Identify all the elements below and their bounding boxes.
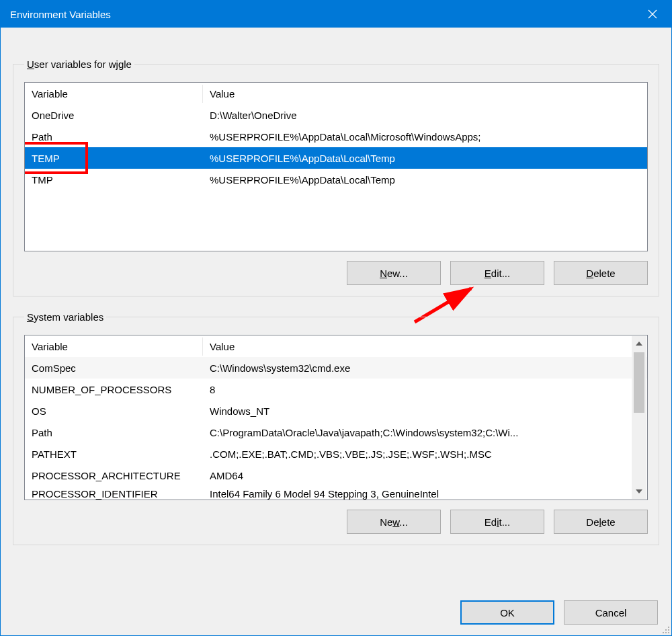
svg-point-3 — [668, 627, 669, 628]
table-row-selected[interactable]: TEMP %USERPROFILE%\AppData\Local\Temp — [25, 147, 647, 169]
table-row[interactable]: ComSpec C:\Windows\system32\cmd.exe — [25, 357, 647, 379]
system-variables-list[interactable]: Variable Value ComSpec C:\Windows\system… — [24, 335, 648, 500]
list-header: Variable Value — [25, 335, 647, 357]
close-button[interactable] — [634, 1, 671, 28]
scrollbar[interactable] — [632, 336, 646, 499]
system-edit-button[interactable]: Edit... — [450, 510, 544, 534]
table-row[interactable]: OneDrive D:\Walter\OneDrive — [25, 104, 647, 126]
table-row[interactable]: Path C:\ProgramData\Oracle\Java\javapath… — [25, 422, 647, 443]
table-row[interactable]: PROCESSOR_IDENTIFIER Intel64 Family 6 Mo… — [25, 486, 647, 500]
cancel-button[interactable]: Cancel — [564, 600, 658, 625]
system-variables-legend: System variables — [24, 311, 106, 323]
svg-point-5 — [668, 629, 669, 631]
user-new-button[interactable]: New... — [347, 261, 441, 285]
scroll-up-icon[interactable] — [632, 336, 646, 351]
svg-point-8 — [668, 632, 669, 633]
system-new-button[interactable]: New... — [347, 510, 441, 534]
user-variables-list[interactable]: Variable Value OneDrive D:\Walter\OneDri… — [24, 82, 648, 251]
user-delete-button[interactable]: Delete — [554, 261, 648, 285]
table-row[interactable]: PROCESSOR_ARCHITECTURE AMD64 — [25, 465, 647, 486]
svg-point-7 — [665, 632, 667, 633]
table-row[interactable]: NUMBER_OF_PROCESSORS 8 — [25, 379, 647, 400]
window-title: Environment Variables — [10, 9, 111, 20]
table-row[interactable]: Path %USERPROFILE%\AppData\Local\Microso… — [25, 126, 647, 147]
ok-button[interactable]: OK — [460, 600, 554, 625]
user-variables-legend: User variables for wjgle — [24, 58, 134, 70]
system-delete-button[interactable]: Delete — [554, 510, 648, 534]
svg-point-4 — [665, 629, 667, 631]
system-variables-group: System variables Variable Value ComSpec … — [13, 311, 659, 545]
env-vars-dialog: Environment Variables User variables for… — [0, 0, 672, 636]
table-row[interactable]: OS Windows_NT — [25, 400, 647, 422]
user-edit-button[interactable]: Edit... — [450, 261, 544, 285]
close-icon — [648, 9, 657, 19]
column-variable[interactable]: Variable — [25, 337, 203, 356]
scroll-down-icon[interactable] — [632, 484, 646, 499]
user-variables-group: User variables for wjgle Variable Value … — [13, 58, 659, 296]
list-header: Variable Value — [25, 83, 647, 104]
resize-grip-icon[interactable] — [661, 625, 670, 634]
titlebar: Environment Variables — [1, 1, 671, 28]
table-row[interactable]: TMP %USERPROFILE%\AppData\Local\Temp — [25, 169, 647, 190]
column-variable[interactable]: Variable — [25, 85, 203, 103]
scroll-thumb[interactable] — [634, 352, 644, 413]
column-value[interactable]: Value — [203, 85, 647, 103]
svg-point-6 — [663, 632, 664, 633]
column-value[interactable]: Value — [203, 337, 647, 356]
table-row[interactable]: PATHEXT .COM;.EXE;.BAT;.CMD;.VBS;.VBE;.J… — [25, 443, 647, 465]
